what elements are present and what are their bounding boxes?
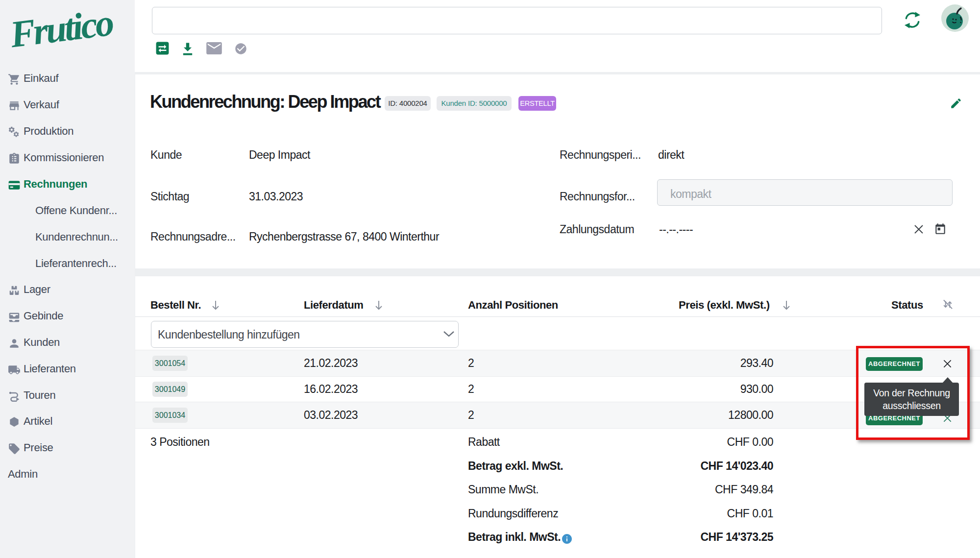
svg-text:Frutico: Frutico bbox=[10, 2, 115, 56]
